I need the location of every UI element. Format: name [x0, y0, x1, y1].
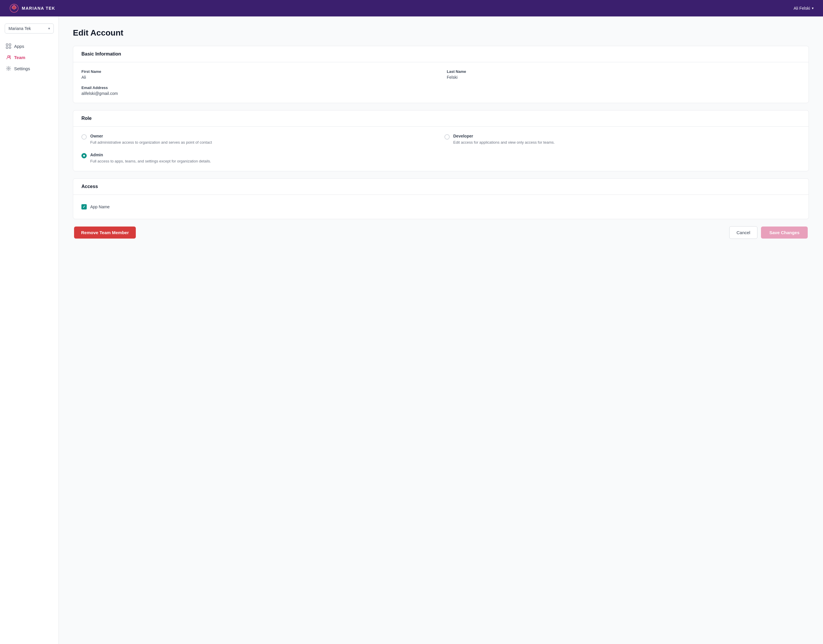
- brand: MARIANA TEK: [9, 3, 55, 13]
- first-name-label: First Name: [81, 69, 435, 74]
- save-changes-button[interactable]: Save Changes: [761, 227, 808, 239]
- access-app-name-label: App Name: [90, 204, 110, 209]
- role-option-developer[interactable]: Developer Edit access for applications a…: [444, 134, 800, 146]
- user-menu[interactable]: Ali Felski ▾: [794, 6, 814, 11]
- email-value: alifelski@gmail.com: [81, 91, 435, 96]
- basic-info-grid: First Name Ali Last Name Felski Email Ad…: [81, 69, 800, 96]
- remove-team-member-button[interactable]: Remove Team Member: [74, 227, 136, 239]
- sidebar-item-settings[interactable]: Settings: [0, 63, 58, 74]
- role-header: Role: [73, 110, 809, 127]
- role-developer-label: Developer: [453, 134, 555, 138]
- footer-right-buttons: Cancel Save Changes: [729, 226, 808, 239]
- first-name-field: First Name Ali: [81, 69, 435, 80]
- last-name-label: Last Name: [447, 69, 800, 74]
- user-name: Ali Felski: [794, 6, 810, 11]
- apps-icon: [6, 43, 11, 49]
- svg-rect-3: [9, 44, 11, 46]
- access-card: Access ✓ App Name: [73, 178, 809, 219]
- org-dropdown[interactable]: Mariana Tek ▾: [5, 23, 54, 34]
- role-radio-developer[interactable]: [444, 134, 450, 140]
- svg-point-7: [9, 55, 11, 57]
- user-chevron-icon: ▾: [812, 6, 814, 10]
- sidebar-team-label: Team: [14, 55, 25, 60]
- footer-bar: Remove Team Member Cancel Save Changes: [73, 226, 809, 239]
- first-name-value: Ali: [81, 75, 435, 80]
- access-row-app-name: ✓ App Name: [81, 202, 800, 212]
- role-radio-admin[interactable]: [81, 153, 87, 158]
- access-header: Access: [73, 179, 809, 195]
- sidebar-settings-label: Settings: [14, 66, 30, 71]
- svg-point-8: [8, 68, 9, 69]
- sidebar-item-team[interactable]: Team: [0, 52, 58, 63]
- svg-rect-2: [6, 44, 8, 46]
- basic-info-header: Basic Information: [73, 46, 809, 62]
- sidebar-item-apps[interactable]: Apps: [0, 41, 58, 52]
- role-admin-label: Admin: [90, 152, 211, 157]
- role-developer-text: Developer Edit access for applications a…: [453, 134, 555, 146]
- email-field: Email Address alifelski@gmail.com: [81, 86, 435, 96]
- access-checkbox-app-name[interactable]: ✓: [81, 204, 87, 210]
- team-icon: [6, 55, 11, 60]
- role-owner-label: Owner: [90, 134, 212, 138]
- svg-point-5: [9, 47, 11, 49]
- main-content: Edit Account Basic Information First Nam…: [59, 17, 823, 644]
- role-option-admin[interactable]: Admin Full access to apps, teams, and se…: [81, 152, 438, 164]
- role-admin-text: Admin Full access to apps, teams, and se…: [90, 152, 211, 164]
- role-owner-text: Owner Full administrative access to orga…: [90, 134, 212, 146]
- last-name-field: Last Name Felski: [447, 69, 800, 80]
- brand-name: MARIANA TEK: [22, 6, 55, 11]
- last-name-value: Felski: [447, 75, 800, 80]
- logo-icon: [9, 3, 19, 13]
- checkbox-check-icon: ✓: [83, 205, 86, 209]
- cancel-button[interactable]: Cancel: [729, 226, 758, 239]
- role-card: Role Owner Full administrative access to…: [73, 110, 809, 171]
- page-title: Edit Account: [73, 28, 809, 38]
- org-dropdown-label: Mariana Tek: [9, 26, 31, 31]
- svg-point-1: [13, 6, 15, 9]
- role-admin-desc: Full access to apps, teams, and settings…: [90, 158, 211, 164]
- org-dropdown-chevron-icon: ▾: [48, 26, 50, 31]
- role-owner-desc: Full administrative access to organizati…: [90, 140, 212, 146]
- topnav: MARIANA TEK Ali Felski ▾: [0, 0, 823, 17]
- settings-icon: [6, 66, 11, 71]
- role-developer-desc: Edit access for applications and view on…: [453, 140, 555, 146]
- role-radio-owner[interactable]: [81, 134, 87, 140]
- sidebar-apps-label: Apps: [14, 44, 24, 49]
- role-option-owner[interactable]: Owner Full administrative access to orga…: [81, 134, 438, 146]
- svg-rect-4: [6, 47, 8, 49]
- role-grid: Owner Full administrative access to orga…: [81, 134, 800, 164]
- basic-info-card: Basic Information First Name Ali Last Na…: [73, 46, 809, 103]
- svg-point-6: [8, 55, 9, 57]
- email-label: Email Address: [81, 86, 435, 90]
- sidebar: Mariana Tek ▾ Apps Team: [0, 17, 59, 644]
